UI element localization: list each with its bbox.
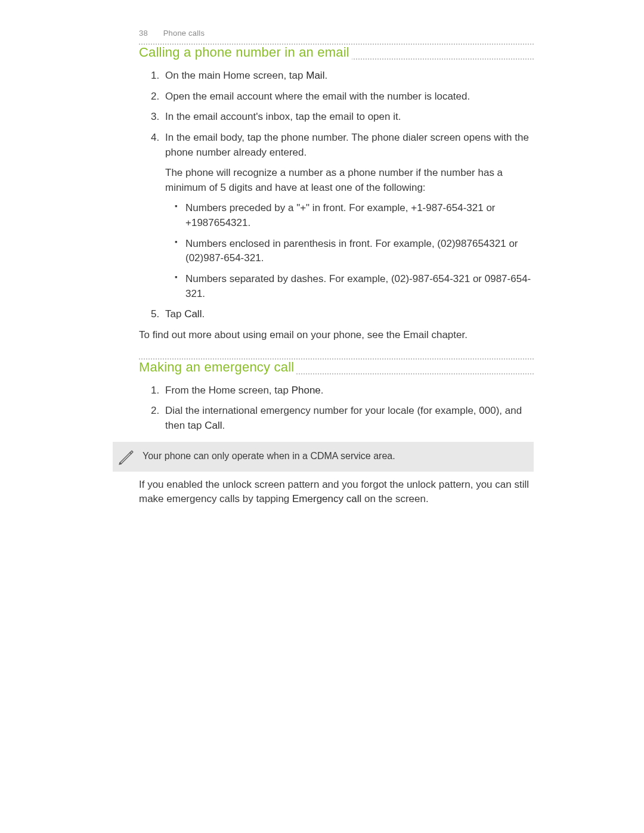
note-text: Your phone can only operate when in a CD… — [137, 450, 395, 463]
pencil-icon — [115, 448, 137, 466]
step-text: On the main Home screen, tap — [165, 70, 306, 81]
section-title: Making an emergency call — [139, 360, 296, 375]
step-text: Open the email account where the email w… — [165, 91, 470, 102]
ordered-steps: From the Home screen, tap Phone. Dial th… — [139, 383, 534, 433]
step-bold: Mail — [306, 70, 324, 81]
para-text: on the screen. — [361, 493, 428, 504]
step-bold: Phone — [292, 385, 321, 396]
step-item: Open the email account where the email w… — [139, 89, 534, 104]
list-item: Numbers preceded by a "+" in front. For … — [165, 201, 534, 230]
section-heading-row: Making an emergency call — [139, 360, 534, 376]
para-bold: Emergency call — [292, 493, 361, 504]
step-paragraph: The phone will recognize a number as a p… — [165, 166, 534, 195]
step-text: . — [324, 70, 327, 81]
step-text: . — [222, 420, 225, 431]
bullet-text: Numbers preceded by a "+" in front. For … — [185, 202, 496, 228]
list-item: Numbers enclosed in parenthesis in front… — [165, 237, 534, 266]
note-callout: Your phone can only operate when in a CD… — [113, 442, 534, 472]
step-text: In the email account's inbox, tap the em… — [165, 111, 401, 122]
step-item: Dial the international emergency number … — [139, 404, 534, 433]
bullet-list: Numbers preceded by a "+" in front. For … — [165, 201, 534, 301]
list-item: Numbers separated by dashes. For example… — [165, 272, 534, 301]
step-text: Tap — [165, 308, 184, 320]
step-item: In the email account's inbox, tap the em… — [139, 110, 534, 125]
section-heading-row: Calling a phone number in an email — [139, 45, 534, 61]
body-paragraph: To find out more about using email on yo… — [139, 328, 534, 343]
step-text: From the Home screen, tap — [165, 385, 292, 396]
page-header: 38 Phone calls — [139, 29, 534, 38]
step-text: . — [321, 385, 324, 396]
step-item: From the Home screen, tap Phone. — [139, 383, 534, 398]
step-bold: Call — [184, 308, 202, 320]
bullet-text: Numbers separated by dashes. For example… — [185, 273, 531, 299]
section-block: Making an emergency call From the Home s… — [139, 358, 534, 507]
step-bold: Call — [205, 420, 222, 431]
bullet-text: Numbers enclosed in parenthesis in front… — [185, 238, 518, 264]
body-paragraph: If you enabled the unlock screen pattern… — [139, 478, 534, 507]
step-text: In the email body, tap the phone number.… — [165, 132, 529, 158]
step-item: On the main Home screen, tap Mail. — [139, 69, 534, 83]
step-text: . — [202, 308, 205, 320]
document-page: 38 Phone calls Calling a phone number in… — [0, 0, 644, 507]
step-item: In the email body, tap the phone number.… — [139, 131, 534, 301]
page-number: 38 — [139, 29, 148, 38]
section-title: Calling a phone number in an email — [139, 45, 352, 60]
chapter-name: Phone calls — [163, 29, 205, 38]
ordered-steps: On the main Home screen, tap Mail. Open … — [139, 69, 534, 322]
step-item: Tap Call. — [139, 307, 534, 322]
